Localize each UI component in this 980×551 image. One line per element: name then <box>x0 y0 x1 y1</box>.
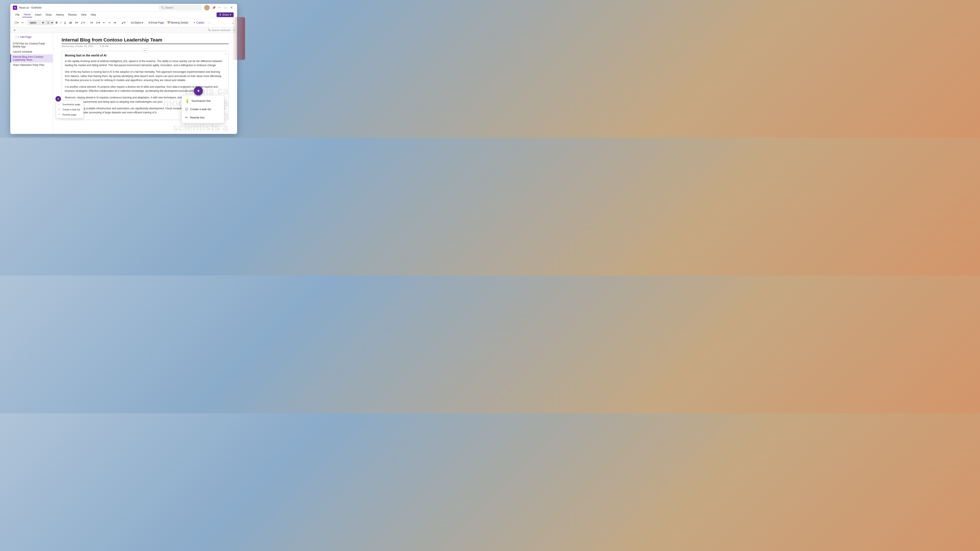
share-chevron-icon: ▾ <box>230 13 231 16</box>
search-notebooks-icon: 🔍 <box>208 29 211 32</box>
menu-help[interactable]: Help <box>89 13 98 17</box>
search-input[interactable] <box>165 6 199 9</box>
rewrite-page-icon: ✏ <box>58 113 61 116</box>
styles-icon: Aa <box>131 21 134 24</box>
bullets-btn[interactable]: ≡▾ <box>89 20 94 25</box>
avatar[interactable] <box>204 5 210 11</box>
mini-create-task-list[interactable]: ☐ Create a task list <box>56 107 83 112</box>
styles-group: Aa Styles ▾ <box>129 20 145 25</box>
main-area: 📄+ Add Page GTM Plan for ContosoTrade Mo… <box>10 33 237 134</box>
sub-toolbar: ≡ 🔍 Search notebooks ▾ <box>10 27 237 33</box>
mini-rewrite-page[interactable]: ✏ Rewrite page <box>56 112 83 117</box>
page-date: Wednesday, October 23, 2024 <box>62 45 93 48</box>
task-list-icon: ☐ <box>58 108 61 111</box>
sidebar: 📄+ Add Page GTM Plan for ContosoTrade Mo… <box>10 33 53 134</box>
strikethrough-button[interactable]: ab <box>68 20 73 25</box>
sidebar-item-halloween[interactable]: Team Halloween Party Plan <box>10 62 53 68</box>
mini-summarize-page[interactable]: ○ Summarize page <box>56 102 83 107</box>
note-heading: Moving fast in the world of AI <box>65 54 225 57</box>
minimize-button[interactable]: — <box>216 5 223 11</box>
bold-button[interactable]: B <box>54 20 59 25</box>
highlight-btn[interactable]: 🖊▾ <box>80 20 86 25</box>
formatting-group: 🖌▾ <box>119 20 128 25</box>
note-toolbar: ••• <box>142 49 148 52</box>
add-page-button[interactable]: 📄+ Add Page <box>12 35 51 40</box>
large-create-task-list[interactable]: ☑ Create a task list <box>182 105 224 113</box>
styles-btn[interactable]: Aa Styles ▾ <box>129 20 144 25</box>
more-ribbon-btn[interactable]: ··· <box>207 20 212 25</box>
note-para-2: One of the key factors in moving fast in… <box>65 70 225 83</box>
pin-icon: 📌 <box>211 5 216 11</box>
sidebar-item-blog[interactable]: Internal Blog from Contoso Leadership Te… <box>10 54 53 62</box>
maximize-button[interactable]: □ <box>223 5 229 11</box>
search-icon: 🔍 <box>161 6 164 9</box>
font-color-btn[interactable]: A▾ <box>73 20 79 25</box>
menu-insert[interactable]: Insert <box>33 13 43 17</box>
summarize-this-icon: 💡 <box>185 99 189 103</box>
title-search-box[interactable]: 🔍 <box>159 5 202 10</box>
align-btn[interactable]: ≡▾ <box>112 20 118 25</box>
section-expand-btn[interactable]: ↔ <box>224 52 228 56</box>
outdent-btn[interactable]: ⇤ <box>102 20 107 25</box>
copilot-mini-menu: ○ Summarize page ☐ Create a task list ✏ … <box>56 101 84 118</box>
menu-view[interactable]: View <box>79 13 88 17</box>
copilot-large-menu: 💡 Summarize this ☑ Create a task list ✏ … <box>181 95 224 123</box>
copilot-mini-icon[interactable]: ✦ <box>56 96 61 102</box>
tools-group: ✉ Email Page 📅 Meeting Details <box>146 20 191 25</box>
window-title: About us - OneNote <box>19 6 159 9</box>
page-meta: Wednesday, October 23, 2024 2:30 PM <box>62 45 229 48</box>
ribbon: 📋▾ ↩ Aptos 11 B I U ab A▾ 🖊▾ ≡▾ 1≡▾ ⇤ ⇥ … <box>10 18 237 27</box>
underline-button[interactable]: U <box>63 20 67 25</box>
decorative-foliage <box>232 17 245 60</box>
search-notebooks[interactable]: 🔍 Search notebooks <box>208 29 231 32</box>
content-area: Internal Blog from Contoso Leadership Te… <box>53 33 237 134</box>
title-bar: N About us - OneNote 🔍 📌 — □ ✕ <box>10 4 237 11</box>
font-select[interactable]: Aptos <box>28 20 45 25</box>
styles-chevron: ▾ <box>142 21 143 24</box>
meeting-details-btn[interactable]: 📅 Meeting Details <box>166 20 190 25</box>
calendar-icon: 📅 <box>167 21 170 24</box>
summarize-page-icon: ○ <box>58 103 61 106</box>
menu-home[interactable]: Home <box>22 12 32 17</box>
sidebar-item-launch[interactable]: Launch schedule <box>10 49 53 54</box>
note-para-1: In the rapidly evolving world of artific… <box>65 59 225 67</box>
large-rewrite-this[interactable]: ✏ Rewrite this <box>182 113 224 122</box>
font-group: Aptos 11 B I U ab A▾ 🖊▾ <box>27 20 87 25</box>
close-button[interactable]: ✕ <box>229 5 234 11</box>
clipboard-btn[interactable]: 📋▾ <box>13 20 20 25</box>
large-summarize-this[interactable]: 💡 Summarize this <box>182 97 224 105</box>
onenote-window: N About us - OneNote 🔍 📌 — □ ✕ File Home… <box>10 4 237 134</box>
hamburger-icon[interactable]: ≡ <box>13 28 16 32</box>
email-icon: ✉ <box>148 21 150 24</box>
undo-btn[interactable]: ↩ <box>20 20 25 25</box>
menu-history[interactable]: History <box>54 13 65 17</box>
numbering-btn[interactable]: 1≡▾ <box>95 20 102 25</box>
clipboard-group: 📋▾ ↩ <box>12 20 26 25</box>
page-time: 2:30 PM <box>100 45 108 48</box>
rewrite-this-icon: ✏ <box>185 116 188 119</box>
copilot-large-icon[interactable]: ✦ <box>194 86 203 95</box>
create-task-list-icon: ☑ <box>185 107 188 111</box>
menu-file[interactable]: File <box>14 13 21 17</box>
sidebar-item-gtm[interactable]: GTM Plan for ContosoTrade Mobile App <box>10 41 53 49</box>
menu-review[interactable]: Review <box>67 13 78 17</box>
share-button[interactable]: ⬆ Share ▾ <box>216 13 234 17</box>
indent-btn[interactable]: ⇥ <box>107 20 112 25</box>
italic-button[interactable]: I <box>59 20 62 25</box>
copilot-ribbon-btn[interactable]: ✦ Copilot <box>191 20 206 25</box>
font-size-select[interactable]: 11 <box>45 20 54 25</box>
page-title: Internal Blog from Contoso Leadership Te… <box>62 37 229 44</box>
onenote-logo: N <box>13 6 17 10</box>
menu-bar: File Home Insert Draw History Review Vie… <box>10 11 237 18</box>
email-page-btn[interactable]: ✉ Email Page <box>147 20 165 25</box>
format-painter-btn[interactable]: 🖌▾ <box>120 20 127 25</box>
menu-draw[interactable]: Draw <box>44 13 53 17</box>
share-icon: ⬆ <box>219 13 221 16</box>
add-page-icon: 📄+ <box>14 35 19 38</box>
copilot-ribbon-icon: ✦ <box>193 21 196 24</box>
list-group: ≡▾ 1≡▾ ⇤ ⇥ ≡▾ <box>88 20 119 25</box>
